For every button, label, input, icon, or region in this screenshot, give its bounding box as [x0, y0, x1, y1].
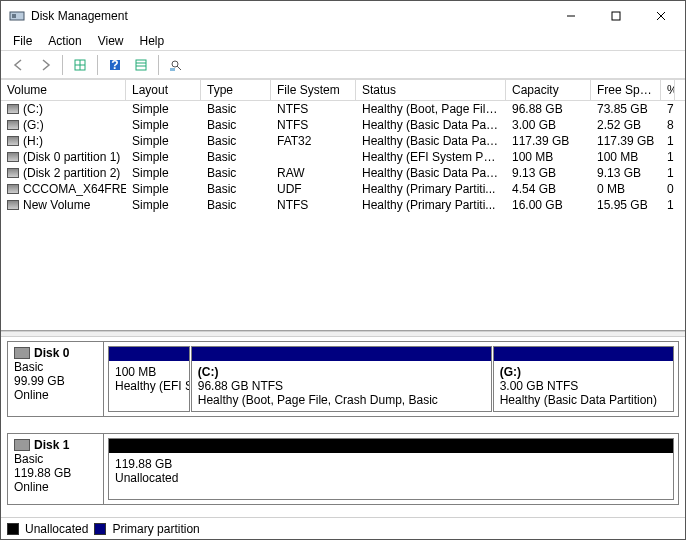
volume-icon [7, 136, 19, 146]
cell-capacity: 9.13 GB [506, 165, 591, 181]
window-title: Disk Management [31, 9, 548, 23]
disk-name: Disk 1 [34, 438, 69, 452]
volume-row[interactable]: (G:)SimpleBasicNTFSHealthy (Basic Data P… [1, 117, 685, 133]
partition-title: (G:) [500, 365, 667, 379]
volume-rows: (C:)SimpleBasicNTFSHealthy (Boot, Page F… [1, 101, 685, 213]
volume-list: Volume Layout Type File System Status Ca… [1, 79, 685, 331]
cell-free: 15.95 GB [591, 197, 661, 213]
cell-fs: UDF [271, 181, 356, 197]
graphical-view: Disk 0Basic99.99 GBOnline100 MBHealthy (… [1, 337, 685, 517]
partition-status: Healthy (Boot, Page File, Crash Dump, Ba… [198, 393, 485, 407]
cell-layout: Simple [126, 197, 201, 213]
partition[interactable]: 100 MBHealthy (EFI Sys [108, 346, 190, 412]
cell-pct: 7 [661, 101, 675, 117]
view-list-button[interactable] [129, 54, 153, 76]
svg-rect-11 [136, 60, 146, 70]
disk-type: Basic [14, 360, 97, 374]
cell-layout: Simple [126, 133, 201, 149]
partition[interactable]: (C:)96.88 GB NTFSHealthy (Boot, Page Fil… [191, 346, 492, 412]
back-button[interactable] [7, 54, 31, 76]
cell-layout: Simple [126, 165, 201, 181]
disk-size: 99.99 GB [14, 374, 97, 388]
toolbar-separator [62, 55, 63, 75]
cell-free: 2.52 GB [591, 117, 661, 133]
col-filesystem[interactable]: File System [271, 80, 356, 100]
cell-layout: Simple [126, 181, 201, 197]
volume-row[interactable]: CCCOMA_X64FRE...SimpleBasicUDFHealthy (P… [1, 181, 685, 197]
cell-type: Basic [201, 181, 271, 197]
toolbar-separator [97, 55, 98, 75]
volume-icon [7, 152, 19, 162]
cell-capacity: 16.00 GB [506, 197, 591, 213]
cell-type: Basic [201, 117, 271, 133]
cell-capacity: 100 MB [506, 149, 591, 165]
partition-bar [109, 439, 673, 453]
cell-type: Basic [201, 149, 271, 165]
disk-label[interactable]: Disk 1Basic119.88 GBOnline [8, 434, 104, 504]
disk-type: Basic [14, 452, 97, 466]
volume-name: (Disk 0 partition 1) [23, 150, 120, 164]
volume-name: New Volume [23, 198, 90, 212]
volume-row[interactable]: (C:)SimpleBasicNTFSHealthy (Boot, Page F… [1, 101, 685, 117]
cell-pct: 0 [661, 181, 675, 197]
swatch-unallocated [7, 523, 19, 535]
col-type[interactable]: Type [201, 80, 271, 100]
volume-row[interactable]: New VolumeSimpleBasicNTFSHealthy (Primar… [1, 197, 685, 213]
col-status[interactable]: Status [356, 80, 506, 100]
cell-capacity: 4.54 GB [506, 181, 591, 197]
volume-row[interactable]: (Disk 2 partition 2)SimpleBasicRAWHealth… [1, 165, 685, 181]
partition-size: 100 MB [115, 365, 183, 379]
toolbar-separator [158, 55, 159, 75]
cell-status: Healthy (Basic Data Parti... [356, 165, 506, 181]
hdd-icon [14, 439, 30, 451]
disk-state: Online [14, 388, 97, 402]
menu-action[interactable]: Action [40, 32, 89, 50]
menu-help[interactable]: Help [132, 32, 173, 50]
col-capacity[interactable]: Capacity [506, 80, 591, 100]
svg-line-15 [177, 66, 181, 70]
close-button[interactable] [638, 2, 683, 30]
partition-bar [109, 347, 189, 361]
partition-title: (C:) [198, 365, 485, 379]
maximize-button[interactable] [593, 2, 638, 30]
svg-rect-3 [612, 12, 620, 20]
col-layout[interactable]: Layout [126, 80, 201, 100]
svg-rect-16 [170, 68, 175, 71]
disk-label[interactable]: Disk 0Basic99.99 GBOnline [8, 342, 104, 416]
partition[interactable]: 119.88 GBUnallocated [108, 438, 674, 500]
cell-free: 9.13 GB [591, 165, 661, 181]
legend: Unallocated Primary partition [1, 517, 685, 539]
cell-layout: Simple [126, 117, 201, 133]
cell-layout: Simple [126, 101, 201, 117]
cell-type: Basic [201, 165, 271, 181]
cell-status: Healthy (Primary Partiti... [356, 197, 506, 213]
cell-capacity: 3.00 GB [506, 117, 591, 133]
disk-partitions: 119.88 GBUnallocated [104, 434, 678, 504]
forward-button[interactable] [33, 54, 57, 76]
partition-size: 119.88 GB [115, 457, 667, 471]
partition[interactable]: (G:)3.00 GB NTFSHealthy (Basic Data Part… [493, 346, 674, 412]
volume-icon [7, 104, 19, 114]
col-volume[interactable]: Volume [1, 80, 126, 100]
volume-name: CCCOMA_X64FRE... [23, 182, 126, 196]
cell-fs: NTFS [271, 197, 356, 213]
volume-icon [7, 120, 19, 130]
volume-row[interactable]: (Disk 0 partition 1)SimpleBasicHealthy (… [1, 149, 685, 165]
minimize-button[interactable] [548, 2, 593, 30]
menu-bar: File Action View Help [1, 31, 685, 51]
cell-free: 100 MB [591, 149, 661, 165]
partition-size: 96.88 GB NTFS [198, 379, 485, 393]
help-button[interactable]: ? [103, 54, 127, 76]
col-free[interactable]: Free Spa... [591, 80, 661, 100]
view-grid-button[interactable] [68, 54, 92, 76]
search-button[interactable] [164, 54, 188, 76]
partition-status: Healthy (Basic Data Partition) [500, 393, 667, 407]
menu-file[interactable]: File [5, 32, 40, 50]
cell-pct: 1 [661, 165, 675, 181]
menu-view[interactable]: View [90, 32, 132, 50]
volume-row[interactable]: (H:)SimpleBasicFAT32Healthy (Basic Data … [1, 133, 685, 149]
cell-fs [271, 149, 356, 165]
app-icon [9, 8, 25, 24]
col-pct[interactable]: % [661, 80, 675, 100]
cell-pct: 1 [661, 133, 675, 149]
